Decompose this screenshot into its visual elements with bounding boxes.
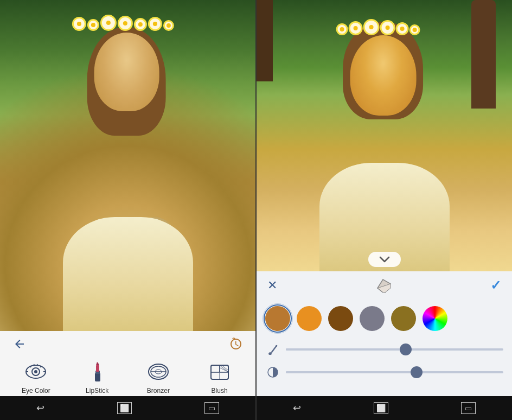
left-nav-bar bbox=[0, 331, 255, 357]
flower-5 bbox=[135, 20, 145, 29]
swatch-rainbow[interactable] bbox=[423, 306, 447, 331]
opacity-icon bbox=[265, 365, 280, 380]
sliders-section bbox=[257, 338, 512, 396]
swatch-gray[interactable] bbox=[360, 306, 385, 331]
tree-trunk-left bbox=[257, 0, 273, 81]
color-swatches bbox=[257, 300, 512, 338]
right-android-nav: ↩ ⬜ ▭ bbox=[257, 396, 512, 420]
android-recents-right[interactable]: ▭ bbox=[461, 402, 476, 414]
swatch-tan[interactable] bbox=[265, 306, 290, 331]
svg-rect-11 bbox=[96, 365, 99, 372]
blush-icon bbox=[207, 359, 233, 385]
android-home-right[interactable]: ⬜ bbox=[374, 402, 388, 414]
r-flower-1 bbox=[337, 25, 346, 34]
eye-color-icon bbox=[23, 359, 49, 385]
swatch-dark-brown[interactable] bbox=[328, 306, 353, 331]
brush-size-thumb[interactable] bbox=[400, 343, 412, 355]
tool-blush[interactable]: Blush bbox=[198, 359, 241, 394]
eraser-area bbox=[375, 276, 393, 295]
brush-icon bbox=[265, 342, 280, 357]
tool-bronzer[interactable]: Bronzer bbox=[137, 359, 180, 394]
face-right bbox=[350, 35, 416, 116]
tool-lipstick[interactable]: LipStick bbox=[75, 359, 119, 394]
svg-rect-18 bbox=[211, 365, 220, 372]
android-back-left[interactable]: ↩ bbox=[36, 402, 44, 414]
svg-line-7 bbox=[37, 364, 37, 366]
face-left bbox=[94, 33, 159, 111]
brush-size-row bbox=[265, 342, 503, 357]
left-photo bbox=[0, 0, 255, 331]
svg-line-6 bbox=[34, 364, 34, 366]
history-button[interactable] bbox=[227, 335, 245, 353]
right-panel: ✕ ✓ bbox=[257, 0, 512, 420]
r-flower-2 bbox=[350, 23, 361, 34]
lipstick-icon bbox=[84, 359, 110, 385]
lipstick-label: LipStick bbox=[86, 387, 108, 394]
flower-6 bbox=[149, 18, 160, 29]
r-flower-3 bbox=[364, 21, 377, 34]
svg-rect-9 bbox=[95, 373, 100, 381]
flower-crown bbox=[73, 16, 172, 29]
flower-4 bbox=[119, 17, 131, 29]
eye-color-label: Eye Color bbox=[22, 387, 50, 394]
tool-eye-color[interactable]: Eye Color bbox=[14, 359, 57, 394]
android-recents-left[interactable]: ▭ bbox=[204, 402, 219, 414]
right-photo bbox=[257, 0, 512, 271]
left-android-nav: ↩ ⬜ ▭ bbox=[0, 396, 255, 420]
svg-marker-12 bbox=[96, 362, 99, 365]
r-flower-6 bbox=[411, 26, 418, 34]
eraser-button[interactable] bbox=[375, 276, 393, 295]
blush-label: Blush bbox=[212, 387, 228, 394]
android-back-right[interactable]: ↩ bbox=[293, 402, 301, 414]
android-home-left[interactable]: ⬜ bbox=[117, 402, 132, 414]
brush-size-track[interactable] bbox=[286, 348, 503, 351]
r-flower-5 bbox=[397, 24, 407, 34]
opacity-row bbox=[265, 365, 503, 380]
body-left bbox=[63, 217, 193, 331]
swatch-orange[interactable] bbox=[297, 306, 322, 331]
svg-point-2 bbox=[34, 370, 37, 373]
flower-1 bbox=[73, 18, 84, 29]
tree-trunk-right bbox=[471, 0, 496, 109]
collapse-button[interactable] bbox=[368, 252, 401, 267]
right-controls: ✕ ✓ bbox=[257, 271, 512, 396]
back-button[interactable] bbox=[11, 335, 28, 353]
swatch-olive[interactable] bbox=[391, 306, 416, 331]
control-header: ✕ ✓ bbox=[257, 271, 512, 300]
flower-2 bbox=[88, 21, 97, 29]
left-panel: Eye Color LipStick bbox=[0, 0, 255, 420]
opacity-track[interactable] bbox=[286, 371, 503, 373]
bronzer-label: Bronzer bbox=[147, 387, 170, 394]
flower-crown-right bbox=[337, 21, 418, 34]
cancel-button[interactable]: ✕ bbox=[267, 278, 277, 292]
flower-7 bbox=[164, 22, 172, 29]
tools-row: Eye Color LipStick bbox=[0, 357, 255, 396]
svg-line-22 bbox=[220, 366, 228, 372]
left-toolbar: Eye Color LipStick bbox=[0, 331, 255, 396]
confirm-button[interactable]: ✓ bbox=[490, 278, 501, 293]
bronzer-icon bbox=[145, 359, 171, 385]
flower-3 bbox=[101, 16, 114, 29]
r-flower-4 bbox=[381, 22, 393, 34]
opacity-thumb[interactable] bbox=[411, 366, 423, 378]
